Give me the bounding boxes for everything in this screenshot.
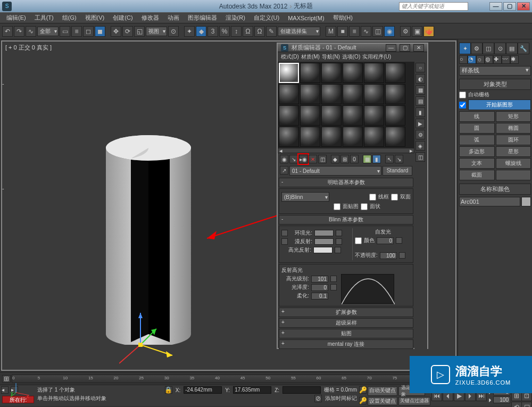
- material-slot-14[interactable]: [300, 105, 320, 126]
- menu-customize[interactable]: 自定义(U): [251, 13, 282, 23]
- put-to-scene-icon[interactable]: ↘: [289, 155, 298, 163]
- make-preview-icon[interactable]: ▶: [415, 119, 425, 128]
- ref-coord-combo[interactable]: 视图: [146, 27, 167, 36]
- ambient-map-button[interactable]: [336, 230, 342, 236]
- go-to-parent-icon[interactable]: ↖: [385, 155, 394, 163]
- faceted-checkbox[interactable]: [361, 203, 368, 210]
- link-icon[interactable]: ∿: [26, 26, 36, 37]
- close-button[interactable]: ✕: [517, 2, 530, 11]
- material-slot-2[interactable]: [300, 63, 320, 83]
- time-config-icon[interactable]: ⊞: [2, 375, 11, 383]
- menu-animation[interactable]: 动画: [164, 13, 182, 23]
- help-search[interactable]: [399, 2, 468, 11]
- select-by-mat-icon[interactable]: ◈: [415, 141, 425, 151]
- material-editor-titlebar[interactable]: S 材质编辑器 - 01 - Default — ▢ ✕: [278, 44, 427, 52]
- x-coord-input[interactable]: -24.642mm: [184, 386, 222, 394]
- angle-snap-icon[interactable]: 3: [207, 26, 218, 37]
- specular-swatch[interactable]: [313, 247, 332, 253]
- render-frame-icon[interactable]: ▣: [412, 26, 422, 37]
- setkey-icon[interactable]: 🔑: [359, 397, 367, 404]
- rollout-name-color[interactable]: -名称和颜色: [459, 184, 531, 195]
- material-slot-20[interactable]: [300, 127, 320, 147]
- backlight-icon[interactable]: ◐: [415, 74, 425, 84]
- assign-to-selection-icon[interactable]: ▸◉: [299, 155, 307, 163]
- maximize-viewport-icon[interactable]: ◱: [521, 402, 532, 408]
- shape-button-矩形[interactable]: 矩形: [496, 111, 531, 122]
- lights-icon[interactable]: ☼: [476, 55, 485, 64]
- opacity-map-button[interactable]: [399, 252, 405, 259]
- setkey-button[interactable]: 设置关键点: [368, 397, 397, 405]
- sample-type-icon[interactable]: ○: [415, 63, 425, 72]
- keyfilters-button[interactable]: 关键点过滤器: [398, 397, 430, 405]
- material-id-icon[interactable]: 0: [350, 155, 359, 163]
- material-slot-15[interactable]: [321, 105, 342, 126]
- show-map-icon[interactable]: ▦: [363, 155, 371, 163]
- material-slot-9[interactable]: [321, 84, 342, 104]
- material-slot-8[interactable]: [300, 84, 320, 104]
- rect-select-icon[interactable]: ◻: [83, 26, 94, 37]
- spec-level-map-button[interactable]: [330, 276, 337, 282]
- undo-icon[interactable]: ↶: [2, 26, 13, 37]
- spinner-snap-icon[interactable]: ↕: [231, 26, 242, 37]
- rollout-supersampling[interactable]: +超级采样: [279, 318, 413, 328]
- object-name-input[interactable]: Arc001: [459, 197, 520, 206]
- named-selection-combo[interactable]: 创建选择集: [278, 27, 320, 36]
- shape-button-圆[interactable]: 圆: [459, 123, 495, 134]
- material-slot-7[interactable]: [279, 84, 299, 104]
- utilities-tab[interactable]: 🔧: [518, 43, 529, 54]
- material-slot-23[interactable]: [364, 127, 384, 147]
- ambient-swatch[interactable]: [314, 230, 334, 236]
- shape-button-线[interactable]: 线: [459, 111, 495, 122]
- lock-icon[interactable]: 🔒: [165, 386, 172, 394]
- material-editor-window[interactable]: S 材质编辑器 - 01 - Default — ▢ ✕ 模式(D) 材质(M)…: [277, 43, 428, 349]
- selfillum-color-checkbox[interactable]: [355, 237, 362, 244]
- transform-gizmo[interactable]: [119, 313, 183, 366]
- space-warps-icon[interactable]: 〰: [502, 55, 510, 64]
- shape-button-星形[interactable]: 星形: [496, 146, 531, 157]
- shape-button-多边形[interactable]: 多边形: [459, 146, 495, 157]
- glossiness-spinner[interactable]: 0: [311, 284, 328, 291]
- start-new-shape-checkbox[interactable]: [459, 102, 466, 109]
- minimize-button[interactable]: —: [386, 44, 396, 52]
- maximize-button[interactable]: ▢: [400, 44, 410, 52]
- time-tag-icon[interactable]: ⊘: [314, 395, 322, 402]
- menu-utilities[interactable]: 实用程序(U): [362, 53, 391, 61]
- make-unique-icon[interactable]: ◆: [331, 155, 339, 163]
- select-name-icon[interactable]: ≡: [71, 26, 82, 37]
- material-type-button[interactable]: Standard: [383, 166, 412, 176]
- align-icon[interactable]: ■: [337, 26, 348, 37]
- modify-tab[interactable]: ⚙: [471, 43, 483, 54]
- material-slot-11[interactable]: [364, 84, 384, 104]
- menu-views[interactable]: 视图(V): [82, 13, 108, 23]
- window-crossing-icon[interactable]: ◼: [95, 26, 105, 37]
- material-slot-24[interactable]: [385, 127, 405, 147]
- twosided-checkbox[interactable]: [391, 194, 398, 201]
- autokey-button[interactable]: 自动关键点: [368, 386, 397, 396]
- hierarchy-tab[interactable]: ◫: [483, 43, 494, 54]
- put-to-library-icon[interactable]: ⊞: [340, 155, 349, 163]
- menu-help[interactable]: 帮助(H): [330, 13, 356, 23]
- schematic-icon[interactable]: ◫: [372, 26, 383, 37]
- shapes-icon[interactable]: ◔: [468, 55, 476, 64]
- material-editor-icon[interactable]: ◉: [384, 26, 395, 37]
- curve-editor-icon[interactable]: ∿: [361, 26, 371, 37]
- material-slot-13[interactable]: [279, 105, 299, 126]
- orbit-icon[interactable]: ⟲: [511, 402, 522, 408]
- reset-icon[interactable]: ✕: [309, 155, 317, 163]
- shape-button-椭圆[interactable]: 椭圆: [496, 123, 531, 134]
- y-coord-input[interactable]: 17.635mm: [233, 386, 271, 394]
- menu-material[interactable]: 材质(M): [301, 53, 320, 61]
- shape-button-文本[interactable]: 文本: [459, 158, 495, 169]
- selfillum-map-button[interactable]: [396, 237, 402, 244]
- menu-graph[interactable]: 图形编辑器: [185, 13, 220, 23]
- get-material-icon[interactable]: ◉: [280, 155, 288, 163]
- rotate-icon[interactable]: ⟳: [122, 26, 133, 37]
- magnet2-icon[interactable]: Ω: [254, 26, 265, 37]
- layers-icon[interactable]: ≡: [349, 26, 360, 37]
- glossiness-map-button[interactable]: [330, 284, 337, 290]
- material-slot-1[interactable]: [279, 63, 299, 83]
- material-slot-19[interactable]: [279, 127, 299, 147]
- mirror-icon[interactable]: M: [326, 26, 336, 37]
- sample-uv-icon[interactable]: ▤: [415, 96, 425, 106]
- shape-button-螺旋线[interactable]: 螺旋线: [496, 158, 531, 169]
